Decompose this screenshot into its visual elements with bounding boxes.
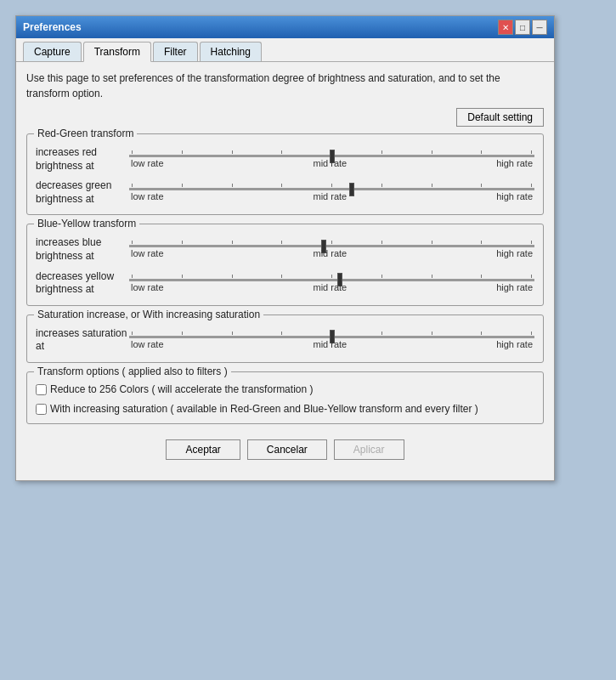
slider-mid-label-by1: mid rate bbox=[313, 248, 347, 258]
transform-options-label: Transform options ( applied also to filt… bbox=[34, 366, 231, 377]
slider-label-saturation-1: increases saturation at bbox=[36, 327, 129, 354]
slider-red-green-2[interactable] bbox=[129, 188, 534, 190]
preferences-window: Preferences ✕ □ ─ Capture Transform Filt… bbox=[15, 15, 555, 481]
checkbox-row-reduce: Reduce to 256 Colors ( will accelerate t… bbox=[36, 382, 534, 397]
slider-high-label-by1: high rate bbox=[496, 248, 533, 258]
slider-label-blue-yellow-1: increases blue brightness at bbox=[36, 236, 129, 263]
tab-bar: Capture Transform Filter Hatching bbox=[16, 38, 554, 62]
slider-row-red-green-1: increases red brightness at bbox=[36, 146, 534, 173]
slider-saturation-1[interactable] bbox=[129, 336, 534, 338]
slider-labels-rg2: low rate mid rate high rate bbox=[129, 191, 534, 201]
bottom-buttons: Aceptar Cancelar Aplicar bbox=[26, 434, 544, 472]
slider-wrapper-blue-yellow-2: low rate mid rate high rate bbox=[129, 275, 534, 292]
slider-wrapper-red-green-1: low rate mid rate high rate bbox=[129, 150, 534, 168]
checkbox-reduce-label: Reduce to 256 Colors ( will accelerate t… bbox=[50, 382, 313, 397]
slider-labels-sat1: low rate mid rate high rate bbox=[129, 339, 534, 349]
slider-mid-label-rg2: mid rate bbox=[313, 191, 347, 201]
slider-mid-label-rg1: mid rate bbox=[313, 158, 347, 168]
slider-mid-label-sat1: mid rate bbox=[313, 339, 347, 349]
slider-mid-label-by2: mid rate bbox=[313, 282, 347, 292]
checkbox-with-saturation[interactable] bbox=[36, 404, 47, 415]
slider-blue-yellow-2[interactable] bbox=[129, 279, 534, 281]
slider-labels-by2: low rate mid rate high rate bbox=[129, 282, 534, 292]
saturation-group: Saturation increase, or With increasing … bbox=[26, 314, 544, 363]
tab-hatching[interactable]: Hatching bbox=[200, 42, 262, 61]
slider-label-blue-yellow-2: decreases yellow brightness at bbox=[36, 270, 129, 297]
slider-wrapper-red-green-2: low rate mid rate high rate bbox=[129, 184, 534, 201]
window-title: Preferences bbox=[23, 21, 82, 33]
aplicar-button[interactable]: Aplicar bbox=[334, 439, 404, 460]
cancelar-button[interactable]: Cancelar bbox=[247, 439, 327, 460]
slider-high-label-rg1: high rate bbox=[496, 158, 533, 168]
slider-row-blue-yellow-1: increases blue brightness at bbox=[36, 236, 534, 263]
slider-high-label-sat1: high rate bbox=[496, 339, 533, 349]
slider-row-saturation-1: increases saturation at bbox=[36, 327, 534, 354]
slider-label-red-green-1: increases red brightness at bbox=[36, 146, 129, 173]
red-green-label: Red-Green transform bbox=[34, 128, 137, 139]
slider-low-label-by2: low rate bbox=[131, 282, 164, 292]
tab-transform[interactable]: Transform bbox=[83, 42, 151, 62]
red-green-group: Red-Green transform increases red bright… bbox=[26, 133, 544, 215]
tab-filter[interactable]: Filter bbox=[153, 42, 198, 61]
slider-low-label-sat1: low rate bbox=[131, 339, 164, 349]
default-btn-row: Default setting bbox=[26, 108, 544, 127]
blue-yellow-group: Blue-Yellow transform increases blue bri… bbox=[26, 224, 544, 305]
title-bar: Preferences ✕ □ ─ bbox=[16, 16, 554, 38]
slider-row-blue-yellow-2: decreases yellow brightness at bbox=[36, 270, 534, 297]
blue-yellow-label: Blue-Yellow transform bbox=[34, 218, 139, 230]
slider-low-label-rg1: low rate bbox=[131, 158, 164, 168]
slider-label-red-green-2: decreases green brightness at bbox=[36, 179, 129, 206]
tab-capture[interactable]: Capture bbox=[23, 42, 82, 61]
slider-labels-rg1: low rate mid rate high rate bbox=[129, 158, 534, 168]
close-button[interactable]: ✕ bbox=[498, 20, 513, 35]
description-text: Use this page to set preferences of the … bbox=[26, 71, 544, 101]
restore-button[interactable]: □ bbox=[515, 20, 530, 35]
slider-high-label-by2: high rate bbox=[496, 282, 533, 292]
tab-content: Use this page to set preferences of the … bbox=[16, 62, 554, 480]
slider-low-label-rg2: low rate bbox=[131, 191, 164, 201]
aceptar-button[interactable]: Aceptar bbox=[166, 439, 240, 460]
slider-labels-by1: low rate mid rate high rate bbox=[129, 248, 534, 258]
slider-red-green-1[interactable] bbox=[129, 155, 534, 157]
checkbox-reduce-colors[interactable] bbox=[36, 384, 47, 395]
slider-wrapper-saturation-1: low rate mid rate high rate bbox=[129, 332, 534, 349]
slider-high-label-rg2: high rate bbox=[496, 191, 533, 201]
default-setting-button[interactable]: Default setting bbox=[456, 108, 544, 127]
saturation-label: Saturation increase, or With increasing … bbox=[34, 309, 263, 320]
slider-row-red-green-2: decreases green brightness at bbox=[36, 179, 534, 206]
transform-options-group: Transform options ( applied also to filt… bbox=[26, 371, 544, 424]
slider-blue-yellow-1[interactable] bbox=[129, 245, 534, 247]
title-controls: ✕ □ ─ bbox=[498, 20, 547, 35]
checkbox-row-saturation: With increasing saturation ( available i… bbox=[36, 402, 534, 416]
minimize-button[interactable]: ─ bbox=[532, 20, 547, 35]
checkbox-saturation-label: With increasing saturation ( available i… bbox=[50, 402, 478, 416]
slider-low-label-by1: low rate bbox=[131, 248, 164, 258]
slider-wrapper-blue-yellow-1: low rate mid rate high rate bbox=[129, 241, 534, 258]
